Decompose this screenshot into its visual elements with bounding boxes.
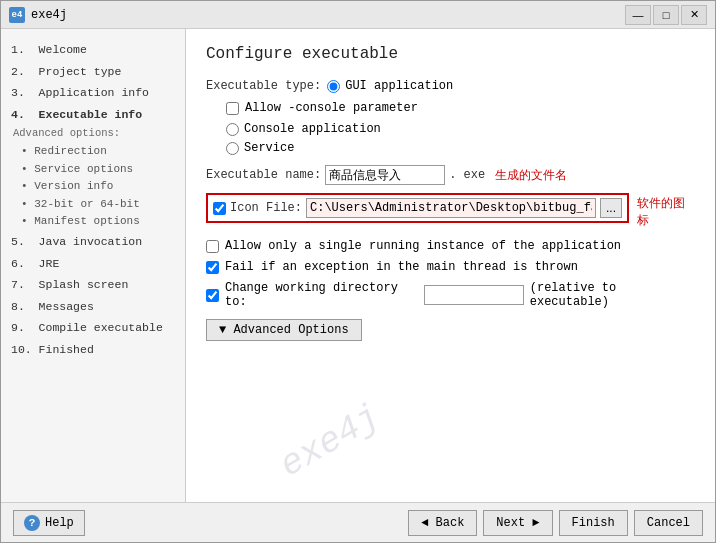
back-label: ◄ Back [421, 516, 464, 530]
allow-console-label: Allow -console parameter [245, 101, 418, 115]
icon-file-checkbox[interactable] [213, 202, 226, 215]
icon-file-annotation: 软件的图标 [637, 195, 695, 229]
radio-service-row: Service [226, 141, 695, 155]
advanced-options-button[interactable]: ▼ Advanced Options [206, 319, 362, 341]
working-dir-label: Change working directory to: [225, 281, 418, 309]
exe-name-annotation: 生成的文件名 [495, 167, 567, 184]
finish-label: Finish [572, 516, 615, 530]
allow-console-checkbox[interactable] [226, 102, 239, 115]
sidebar: 1. Welcome 2. Project type 3. Applicatio… [1, 29, 186, 502]
bottom-bar: ? Help ◄ Back Next ► Finish Cancel [1, 502, 715, 542]
bottom-right: ◄ Back Next ► Finish Cancel [408, 510, 703, 536]
sidebar-item-messages[interactable]: 8. Messages [9, 296, 177, 318]
bottom-left: ? Help [13, 510, 85, 536]
icon-file-input[interactable] [306, 198, 596, 218]
sidebar-item-project-type[interactable]: 2. Project type [9, 61, 177, 83]
cancel-button[interactable]: Cancel [634, 510, 703, 536]
sidebar-item-executable-info[interactable]: 4. Executable info [9, 104, 177, 126]
minimize-button[interactable]: — [625, 5, 651, 25]
radio-service-label: Service [244, 141, 294, 155]
relative-label: (relative to executable) [530, 281, 695, 309]
sidebar-item-redirection[interactable]: • Redirection [17, 143, 177, 161]
exe-type-row: Executable type: GUI application [206, 79, 695, 93]
icon-file-row: Icon File: ... [206, 193, 629, 223]
help-label: Help [45, 516, 74, 530]
sidebar-item-java-invocation[interactable]: 5. Java invocation [9, 231, 177, 253]
sidebar-item-version-info[interactable]: • Version info [17, 178, 177, 196]
radio-gui-input[interactable] [327, 80, 340, 93]
single-instance-checkbox[interactable] [206, 240, 219, 253]
cancel-label: Cancel [647, 516, 690, 530]
maximize-button[interactable]: □ [653, 5, 679, 25]
advanced-options-label: Advanced options: [9, 125, 177, 143]
sidebar-sub-items: • Redirection • Service options • Versio… [9, 143, 177, 231]
radio-console-row: Console application [226, 122, 695, 136]
radio-service-input[interactable] [226, 142, 239, 155]
content-area: 1. Welcome 2. Project type 3. Applicatio… [1, 29, 715, 502]
close-button[interactable]: ✕ [681, 5, 707, 25]
fail-exception-checkbox[interactable] [206, 261, 219, 274]
sidebar-item-service-options[interactable]: • Service options [17, 161, 177, 179]
sidebar-item-manifest-options[interactable]: • Manifest options [17, 213, 177, 231]
help-icon: ? [24, 515, 40, 531]
sidebar-item-jre[interactable]: 6. JRE [9, 253, 177, 275]
app-icon: e4 [9, 7, 25, 23]
exe-name-input[interactable] [325, 165, 445, 185]
next-button[interactable]: Next ► [483, 510, 552, 536]
title-bar-left: e4 exe4j [9, 7, 67, 23]
sidebar-item-welcome[interactable]: 1. Welcome [9, 39, 177, 61]
working-dir-input[interactable] [424, 285, 524, 305]
main-window: e4 exe4j — □ ✕ 1. Welcome 2. Project typ… [0, 0, 716, 543]
radio-console-label: Console application [244, 122, 381, 136]
main-panel: exe4j Configure executable Executable ty… [186, 29, 715, 502]
finish-button[interactable]: Finish [559, 510, 628, 536]
title-controls: — □ ✕ [625, 5, 707, 25]
watermark: exe4j [273, 397, 387, 487]
single-instance-row: Allow only a single running instance of … [206, 239, 695, 253]
sidebar-item-compile-executable[interactable]: 9. Compile executable [9, 317, 177, 339]
back-button[interactable]: ◄ Back [408, 510, 477, 536]
next-label: Next ► [496, 516, 539, 530]
fail-exception-label: Fail if an exception in the main thread … [225, 260, 578, 274]
sidebar-item-splash-screen[interactable]: 7. Splash screen [9, 274, 177, 296]
exe-suffix: . exe [449, 168, 485, 182]
icon-file-label: Icon File: [230, 201, 302, 215]
allow-console-row: Allow -console parameter [226, 101, 695, 115]
page-title: Configure executable [206, 45, 695, 63]
working-dir-row: Change working directory to: (relative t… [206, 281, 695, 309]
sidebar-item-finished[interactable]: 10. Finished [9, 339, 177, 361]
advanced-options-label: ▼ Advanced Options [219, 323, 349, 337]
sidebar-item-32-64-bit[interactable]: • 32-bit or 64-bit [17, 196, 177, 214]
exe-name-row: Executable name: . exe 生成的文件名 [206, 165, 695, 185]
icon-file-section: Icon File: ... 软件的图标 [206, 193, 695, 231]
window-title: exe4j [31, 8, 67, 22]
title-bar: e4 exe4j — □ ✕ [1, 1, 715, 29]
radio-gui[interactable]: GUI application [327, 79, 453, 93]
sidebar-item-application-info[interactable]: 3. Application info [9, 82, 177, 104]
browse-button[interactable]: ... [600, 198, 622, 218]
help-button[interactable]: ? Help [13, 510, 85, 536]
exe-type-label: Executable type: [206, 79, 321, 93]
exe-name-label: Executable name: [206, 168, 321, 182]
fail-exception-row: Fail if an exception in the main thread … [206, 260, 695, 274]
working-dir-checkbox[interactable] [206, 289, 219, 302]
radio-gui-label: GUI application [345, 79, 453, 93]
single-instance-label: Allow only a single running instance of … [225, 239, 621, 253]
radio-console-input[interactable] [226, 123, 239, 136]
